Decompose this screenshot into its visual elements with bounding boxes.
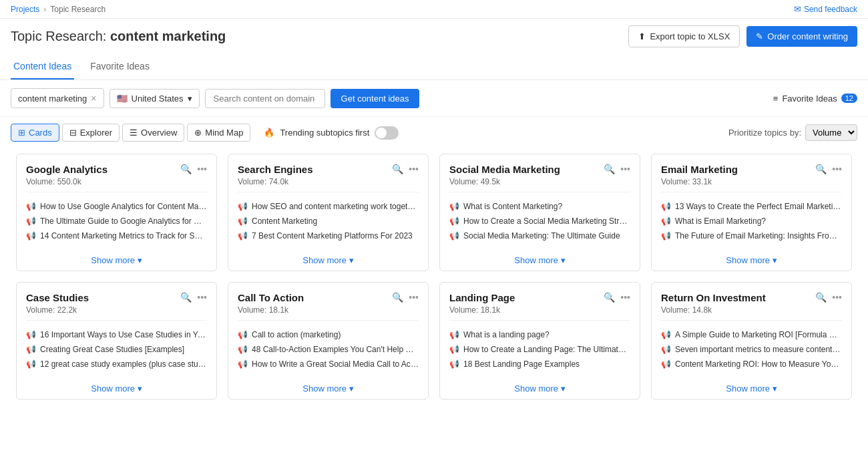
card-item: 📢 How to Write a Great Social Media Call… — [238, 357, 419, 371]
search-icon[interactable]: 🔍 — [392, 292, 403, 303]
card-item: 📢 48 Call-to-Action Examples You Can't H… — [238, 342, 419, 357]
megaphone-icon: 📢 — [238, 216, 248, 226]
send-feedback-link[interactable]: ✉ Send feedback — [794, 4, 857, 14]
card-item: 📢 Creating Great Case Studies [Examples] — [26, 342, 207, 357]
card-item-text: Seven important metrics to measure conte… — [675, 345, 842, 354]
card-item: 📢 Content Marketing — [238, 214, 419, 228]
megaphone-icon: 📢 — [449, 231, 459, 241]
card-item-text: Call to action (marketing) — [252, 330, 341, 339]
tab-content-ideas[interactable]: Content Ideas — [11, 54, 74, 80]
card-item-text: A Simple Guide to Marketing ROI [Formula… — [675, 330, 842, 339]
card-item-text: Content Marketing — [252, 216, 317, 226]
more-icon[interactable]: ••• — [197, 164, 207, 174]
card-item: 📢 A Simple Guide to Marketing ROI [Formu… — [661, 327, 842, 342]
search-icon[interactable]: 🔍 — [392, 164, 403, 174]
card-item: 📢 Call to action (marketing) — [238, 327, 419, 342]
card-item-text: How to Create a Social Media Marketing S… — [463, 216, 630, 226]
breadcrumb-projects[interactable]: Projects — [11, 5, 39, 14]
trending-toggle: 🔥 Trending subtopics first — [264, 126, 399, 140]
more-icon[interactable]: ••• — [620, 292, 630, 303]
overview-view-button[interactable]: ☰ Overview — [122, 124, 184, 142]
keyword-filter-close[interactable]: × — [91, 93, 96, 104]
card-title-block: Email Marketing Volume: 33.1k — [661, 164, 815, 186]
card-volume: Volume: 49.5k — [449, 177, 604, 186]
card-item: 📢 16 Important Ways to Use Case Studies … — [26, 327, 207, 342]
search-icon[interactable]: 🔍 — [604, 164, 615, 174]
card-item-text: 48 Call-to-Action Examples You Can't Hel… — [252, 345, 419, 354]
card-actions: 🔍 ••• — [815, 292, 842, 303]
card-item: 📢 How to Create a Landing Page: The Ulti… — [449, 342, 630, 357]
card-header: Landing Page Volume: 18.1k 🔍 ••• — [440, 283, 640, 320]
more-icon[interactable]: ••• — [832, 164, 842, 174]
send-feedback-label: Send feedback — [804, 5, 857, 14]
card-case-studies: Case Studies Volume: 22.2k 🔍 ••• 📢 16 Im… — [16, 282, 217, 400]
search-icon[interactable]: 🔍 — [604, 292, 615, 303]
mind-map-view-button[interactable]: ⊕ Mind Map — [187, 124, 250, 142]
overview-label: Overview — [141, 128, 177, 138]
cards-view-button[interactable]: ⊞ Cards — [11, 124, 59, 142]
card-volume: Volume: 550.0k — [26, 177, 180, 186]
card-item-text: 16 Important Ways to Use Case Studies in… — [40, 330, 207, 339]
country-label: United States — [132, 94, 184, 104]
page-title: Topic Research: content marketing — [11, 29, 226, 44]
card-title-block: Search Engines Volume: 74.0k — [238, 164, 392, 186]
megaphone-icon: 📢 — [449, 359, 459, 369]
card-title-block: Landing Page Volume: 18.1k — [449, 292, 604, 315]
show-more-button[interactable]: Show more ▾ — [652, 378, 851, 399]
card-item-text: The Future of Email Marketing: Insights … — [675, 231, 842, 241]
filters: content marketing × 🇺🇸 United States ▾ G… — [0, 80, 868, 117]
keyword-filter[interactable]: content marketing × — [11, 88, 104, 108]
order-content-button[interactable]: ✎ Order content writing — [746, 26, 857, 47]
header: Topic Research: content marketing ⬆ Expo… — [0, 19, 868, 54]
export-icon: ⬆ — [638, 31, 646, 41]
card-title-block: Case Studies Volume: 22.2k — [26, 292, 180, 315]
more-icon[interactable]: ••• — [832, 292, 842, 303]
card-email-marketing: Email Marketing Volume: 33.1k 🔍 ••• 📢 13… — [651, 154, 852, 271]
more-icon[interactable]: ••• — [409, 164, 419, 174]
tab-favorite-ideas[interactable]: Favorite Ideas — [87, 54, 152, 80]
card-item-text: 13 Ways to Create the Perfect Email Mark… — [675, 202, 842, 211]
search-icon[interactable]: 🔍 — [815, 164, 827, 174]
get-ideas-button[interactable]: Get content ideas — [331, 89, 420, 108]
card-item-text: How SEO and content marketing work toget… — [252, 202, 419, 211]
card-header: Social Media Marketing Volume: 49.5k 🔍 •… — [440, 154, 640, 192]
breadcrumb-current: Topic Research — [50, 5, 105, 14]
cards-icon: ⊞ — [18, 128, 25, 138]
card-return-on-investment: Return On Investment Volume: 14.8k 🔍 •••… — [651, 282, 852, 400]
search-icon[interactable]: 🔍 — [815, 292, 827, 303]
search-icon[interactable]: 🔍 — [180, 164, 192, 174]
card-item-text: Social Media Marketing: The Ultimate Gui… — [463, 231, 620, 241]
show-more-button[interactable]: Show more ▾ — [440, 378, 640, 399]
card-item-text: 12 great case study examples (plus case … — [40, 359, 207, 369]
card-title-block: Google Analytics Volume: 550.0k — [26, 164, 180, 186]
country-select[interactable]: 🇺🇸 United States ▾ — [110, 89, 200, 108]
export-button[interactable]: ⬆ Export topic to XLSX — [628, 25, 740, 47]
card-item-text: 7 Best Content Marketing Platforms For 2… — [252, 231, 413, 241]
more-icon[interactable]: ••• — [620, 164, 630, 174]
card-item: 📢 13 Ways to Create the Perfect Email Ma… — [661, 199, 842, 214]
card-call-to-action: Call To Action Volume: 18.1k 🔍 ••• 📢 Cal… — [228, 282, 429, 400]
search-icon[interactable]: 🔍 — [180, 292, 192, 303]
more-icon[interactable]: ••• — [197, 292, 207, 303]
favorite-count-badge: 12 — [841, 94, 857, 103]
megaphone-icon: 📢 — [26, 330, 36, 339]
show-more-button[interactable]: Show more ▾ — [17, 250, 216, 271]
card-volume: Volume: 33.1k — [661, 177, 815, 186]
show-more-button[interactable]: Show more ▾ — [228, 250, 428, 271]
explorer-view-button[interactable]: ⊟ Explorer — [62, 124, 120, 142]
card-item-text: Content Marketing ROI: How to Measure Yo… — [675, 359, 842, 369]
favorite-ideas-link[interactable]: ≡ Favorite Ideas 12 — [773, 94, 857, 104]
show-more-button[interactable]: Show more ▾ — [652, 250, 851, 271]
trending-switch[interactable] — [375, 126, 399, 140]
show-more-button[interactable]: Show more ▾ — [17, 378, 216, 399]
show-more-button[interactable]: Show more ▾ — [228, 378, 428, 399]
prioritize-label: Prioritize topics by: — [728, 128, 801, 138]
more-icon[interactable]: ••• — [409, 292, 419, 303]
show-more-button[interactable]: Show more ▾ — [440, 250, 640, 271]
megaphone-icon: 📢 — [26, 202, 36, 211]
megaphone-icon: 📢 — [661, 216, 671, 226]
search-domain-input[interactable] — [205, 89, 325, 108]
card-title-block: Return On Investment Volume: 14.8k — [661, 292, 815, 315]
header-actions: ⬆ Export topic to XLSX ✎ Order content w… — [628, 25, 857, 47]
prioritize-select[interactable]: Volume — [805, 124, 857, 141]
